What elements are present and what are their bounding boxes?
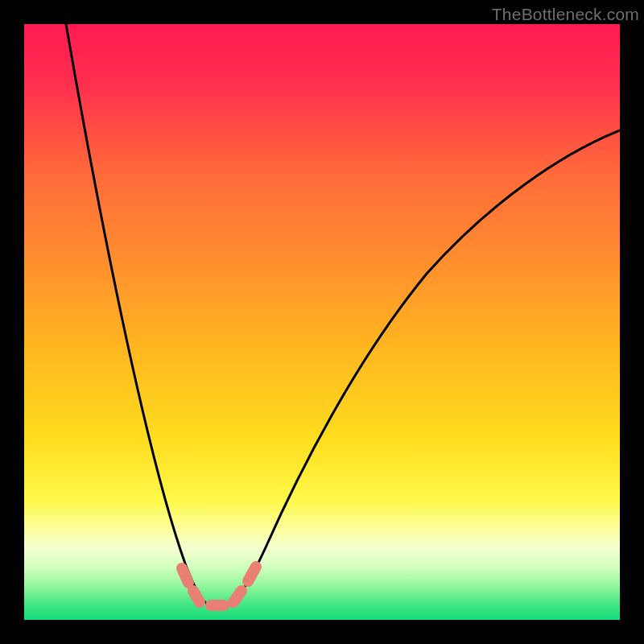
bottleneck-curve — [66, 24, 620, 608]
svg-line-4 — [233, 591, 242, 602]
plot-area — [24, 24, 620, 620]
chart-frame: TheBottleneck.com — [0, 0, 644, 644]
watermark: TheBottleneck.com — [492, 5, 639, 24]
curve-layer — [24, 24, 620, 620]
svg-line-5 — [248, 567, 256, 581]
svg-line-1 — [182, 568, 188, 583]
svg-line-2 — [193, 591, 200, 602]
